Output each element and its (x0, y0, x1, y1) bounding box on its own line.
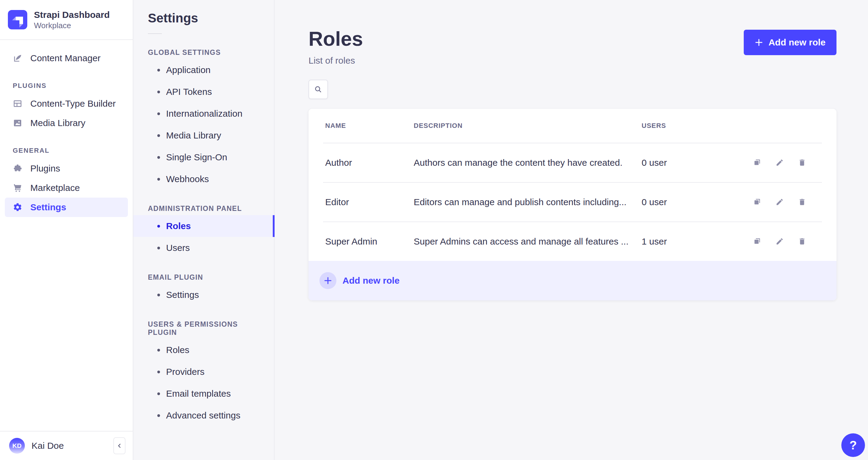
main-sidebar: Strapi Dashboard Workplace Content Manag… (0, 0, 133, 460)
duplicate-icon (753, 158, 761, 167)
page-title: Roles (309, 28, 363, 50)
subnav-item-label: Application (166, 65, 211, 75)
subnav-item-label: Media Library (166, 130, 221, 141)
sidebar-nav: Content Manager PLUGINS Content-Type Bui… (0, 49, 133, 217)
add-role-circle-button[interactable] (319, 272, 336, 289)
role-users: 0 user (642, 158, 737, 168)
pencil-icon (776, 237, 784, 245)
subnav-item-webhooks[interactable]: Webhooks (133, 168, 274, 190)
role-name: Editor (325, 197, 414, 207)
bullet-icon (157, 414, 160, 417)
subnav-section-email-plugin: EMAIL PLUGIN (148, 273, 259, 281)
duplicate-role-button[interactable] (753, 237, 761, 245)
table-header-row: NAME DESCRIPTION USERS (309, 109, 836, 143)
row-actions (737, 158, 806, 167)
subnav-item-internationalization[interactable]: Internationalization (133, 103, 274, 125)
sidebar-item-settings[interactable]: Settings (5, 197, 128, 217)
subnav-list: Settings (133, 284, 274, 306)
subnav-item-single-sign-on[interactable]: Single Sign-On (133, 146, 274, 168)
strapi-logo-icon (8, 10, 27, 29)
pen-icon (13, 53, 23, 63)
table-row[interactable]: Super Admin Super Admins can access and … (309, 222, 836, 261)
sidebar-footer: KD Kai Doe (0, 431, 133, 460)
subnav-item-email-settings[interactable]: Settings (133, 284, 274, 306)
workspace-brand[interactable]: Strapi Dashboard Workplace (0, 0, 133, 40)
bullet-icon (157, 178, 160, 181)
column-header-description: DESCRIPTION (414, 122, 642, 130)
help-button[interactable]: ? (841, 433, 865, 457)
subnav-item-advanced-settings[interactable]: Advanced settings (133, 404, 274, 426)
subnav-item-label: API Tokens (166, 87, 212, 97)
subnav-item-label: Email templates (166, 389, 230, 399)
subnav-item-api-tokens[interactable]: API Tokens (133, 81, 274, 103)
page-header-text: Roles List of roles (309, 28, 363, 66)
role-name: Super Admin (325, 236, 414, 247)
edit-role-button[interactable] (776, 237, 784, 245)
footer-add-role-label: Add new role (342, 275, 399, 286)
subnav-item-roles-admin[interactable]: Roles (133, 215, 274, 237)
duplicate-icon (753, 198, 761, 206)
bullet-icon (157, 392, 160, 395)
duplicate-role-button[interactable] (753, 158, 761, 167)
image-icon (13, 118, 23, 128)
subnav-title: Settings (148, 11, 274, 26)
settings-subnav: Settings GLOBAL SETTINGS Application API… (133, 0, 275, 460)
avatar[interactable]: KD (9, 438, 25, 454)
sidebar-item-content-type-builder[interactable]: Content-Type Builder (5, 94, 128, 113)
bullet-icon (157, 247, 160, 249)
subnav-item-roles-up[interactable]: Roles (133, 339, 274, 361)
subnav-item-label: Settings (166, 290, 199, 300)
role-users: 1 user (642, 236, 737, 247)
subnav-item-media-library[interactable]: Media Library (133, 125, 274, 146)
sidebar-item-media-library[interactable]: Media Library (5, 113, 128, 133)
subnav-item-label: Providers (166, 367, 205, 377)
main-content: Roles List of roles Add new role NAME DE… (275, 0, 868, 460)
sidebar-section-general: GENERAL (13, 147, 125, 155)
table-row[interactable]: Author Authors can manage the content th… (309, 143, 836, 182)
question-mark-icon: ? (849, 438, 857, 452)
cart-icon (13, 183, 23, 193)
bullet-icon (157, 156, 160, 159)
search-icon (314, 85, 322, 94)
trash-icon (798, 158, 806, 167)
bullet-icon (157, 69, 160, 71)
sidebar-item-label: Marketplace (30, 183, 80, 193)
subnav-item-email-templates[interactable]: Email templates (133, 383, 274, 404)
sidebar-item-marketplace[interactable]: Marketplace (5, 178, 128, 197)
subnav-item-label: Webhooks (166, 174, 209, 184)
subnav-list: Roles Providers Email templates Advanced… (133, 339, 274, 426)
search-button[interactable] (309, 80, 328, 99)
pencil-icon (776, 198, 784, 206)
delete-role-button[interactable] (798, 237, 806, 245)
subnav-item-application[interactable]: Application (133, 59, 274, 81)
roles-table-card: NAME DESCRIPTION USERS Author Authors ca… (309, 109, 836, 300)
collapse-sidebar-button[interactable] (113, 437, 125, 454)
subnav-item-users[interactable]: Users (133, 237, 274, 259)
table-row[interactable]: Editor Editors can manage and publish co… (309, 183, 836, 221)
user-name: Kai Doe (32, 440, 64, 451)
puzzle-icon (13, 164, 23, 173)
add-new-role-button[interactable]: Add new role (744, 30, 836, 55)
bullet-icon (157, 91, 160, 93)
subnav-item-label: Internationalization (166, 109, 243, 119)
plus-icon (324, 277, 332, 284)
sidebar-item-label: Settings (30, 202, 66, 212)
delete-role-button[interactable] (798, 158, 806, 167)
row-actions (737, 198, 806, 206)
duplicate-role-button[interactable] (753, 198, 761, 206)
sidebar-item-label: Media Library (30, 118, 86, 128)
bullet-icon (157, 371, 160, 373)
sidebar-item-content-manager[interactable]: Content Manager (5, 49, 128, 68)
edit-role-button[interactable] (776, 158, 784, 167)
subnav-item-providers[interactable]: Providers (133, 361, 274, 383)
pencil-icon (776, 158, 784, 167)
table-footer-add-role[interactable]: Add new role (309, 261, 836, 300)
workspace-name: Workplace (34, 21, 110, 30)
role-description: Editors can manage and publish contents … (414, 197, 642, 207)
edit-role-button[interactable] (776, 198, 784, 206)
bullet-icon (157, 294, 160, 296)
sidebar-item-plugins[interactable]: Plugins (5, 159, 128, 178)
brand-text: Strapi Dashboard Workplace (34, 9, 110, 30)
subnav-list: Application API Tokens Internationalizat… (133, 59, 274, 190)
delete-role-button[interactable] (798, 198, 806, 206)
